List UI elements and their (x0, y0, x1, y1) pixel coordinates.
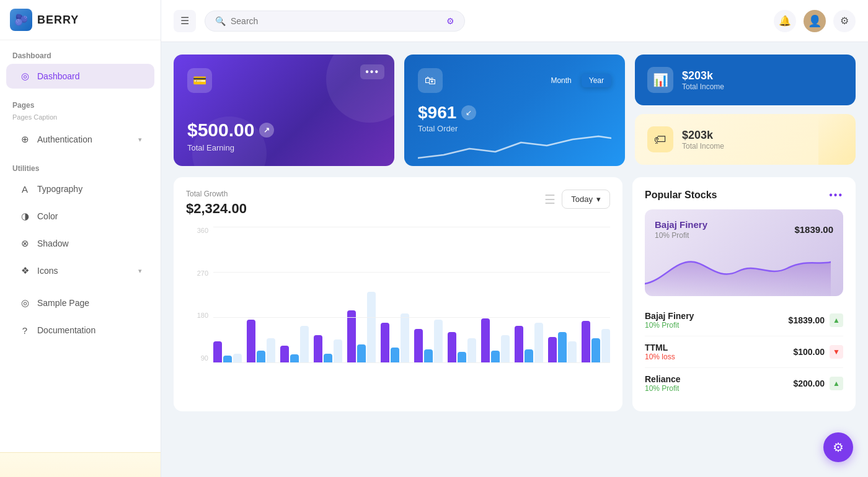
month-toggle[interactable]: Month (543, 74, 578, 87)
search-bar: 🔍 ⚙ (205, 11, 465, 32)
year-toggle[interactable]: Year (582, 74, 611, 87)
stock-1-right: $1839.00 ▲ (789, 313, 843, 327)
total-income-card-1: 📊 $203k Total Income (635, 55, 856, 105)
bar-blue-6 (391, 348, 399, 363)
avatar-button[interactable]: 👤 (804, 10, 826, 32)
sidebar-item-label-docs: Documentation (37, 325, 142, 335)
y-axis-labels: 360 270 180 90 (186, 227, 208, 363)
sidebar-bottom-decoration (0, 452, 161, 477)
topbar-right: 🔔 👤 ⚙ (774, 10, 856, 32)
stocks-more-button[interactable]: ••• (829, 190, 843, 201)
bar-blue-5 (357, 344, 366, 363)
stock-2-info: TTML 10% loss (645, 343, 675, 361)
bar-group-3 (280, 326, 309, 363)
bar-purple-1 (213, 341, 222, 363)
typography-icon: A (19, 183, 31, 195)
sidebar: 🫐 BERRY Dashboard ◎ Dashboard Pages Page… (0, 0, 161, 477)
chart-amount: $2,324.00 (186, 201, 247, 217)
stock-hero-value: $1839.00 (794, 224, 833, 235)
stock-hero-info: Bajaj Finery 10% Profit (655, 219, 707, 240)
search-icon: 🔍 (215, 16, 226, 26)
bars-area (213, 227, 610, 363)
bar-purple-9 (481, 318, 490, 363)
earning-card-more[interactable]: ••• (360, 64, 384, 79)
stock-1-value: $1839.00 (789, 315, 825, 325)
bar-light-1 (233, 354, 242, 363)
sidebar-item-label-icons: Icons (37, 266, 138, 276)
stock-3-info: Reliance 10% Profit (645, 374, 681, 393)
sidebar-item-color[interactable]: ◑ Color (6, 204, 154, 229)
stock-2-name: TTML (645, 343, 675, 352)
bar-purple-11 (548, 337, 557, 363)
bar-blue-7 (424, 349, 433, 363)
sidebar-item-sample-page[interactable]: ◎ Sample Page (6, 291, 154, 315)
bar-purple-6 (381, 323, 389, 363)
bar-group-11 (548, 332, 577, 363)
stock-1-trend-icon: ▲ (830, 313, 843, 327)
bar-light-12 (601, 329, 610, 363)
sidebar-item-icons[interactable]: ❖ Icons ▾ (6, 258, 154, 283)
chart-header: Total Growth $2,324.00 ☰ Today ▾ (186, 190, 610, 217)
y-label-360: 360 (186, 227, 208, 234)
stock-list: Bajaj Finery 10% Profit $1839.00 ▲ TTML … (645, 305, 843, 399)
topbar: ☰ 🔍 ⚙ 🔔 👤 ⚙ (161, 0, 868, 42)
y-label-180: 180 (186, 312, 208, 319)
shadow-icon: ⊗ (19, 237, 31, 250)
order-toggle-group: Month Year (543, 74, 611, 87)
bar-light-3 (300, 326, 309, 363)
stock-1-name: Bajaj Finery (645, 311, 694, 321)
sidebar-item-typography[interactable]: A Typography (6, 177, 154, 201)
sidebar-header: 🫐 BERRY (0, 0, 161, 40)
main-content: 💳 ••• $500.00 ↗ Total Earning 🛍 Month Ye… (161, 42, 868, 477)
chart-menu-icon[interactable]: ☰ (544, 192, 556, 207)
income-icon-2: 🏷 (647, 126, 673, 152)
logo-icon: 🫐 (10, 9, 32, 31)
bar-chart-area: 360 270 180 90 (186, 227, 610, 363)
notification-button[interactable]: 🔔 (774, 10, 796, 32)
stock-2-value: $100.00 (793, 347, 825, 357)
search-input[interactable] (231, 16, 446, 26)
icons-icon: ❖ (19, 265, 31, 277)
bar-group-7 (414, 320, 443, 363)
auth-icon: ⊕ (19, 133, 31, 146)
settings-button[interactable]: ⚙ (833, 10, 856, 32)
sidebar-item-label-dashboard: Dashboard (37, 71, 142, 81)
income-value-2: $203k (682, 129, 724, 142)
sidebar-item-shadow[interactable]: ⊗ Shadow (6, 231, 154, 256)
bar-group-4 (314, 335, 342, 363)
bar-light-5 (367, 292, 376, 363)
auth-chevron-icon: ▾ (138, 136, 142, 144)
order-wave-chart (418, 133, 611, 164)
stock-3-trend-icon: ▲ (830, 377, 843, 390)
bar-purple-3 (280, 346, 289, 363)
fab-button[interactable]: ⚙ (823, 432, 853, 462)
bar-blue-8 (458, 352, 466, 363)
sidebar-item-documentation[interactable]: ? Documentation (6, 318, 154, 343)
sidebar-item-dashboard[interactable]: ◎ Dashboard (6, 64, 154, 89)
total-income-card-2: 🏷 $203k Total Income (635, 114, 856, 165)
earning-label: Total Earning (187, 143, 381, 152)
bar-group-2 (247, 320, 275, 363)
filter-icon[interactable]: ⚙ (446, 16, 454, 26)
bar-blue-11 (558, 332, 567, 363)
stock-row-2: TTML 10% loss $100.00 ▼ (645, 336, 843, 368)
bar-purple-5 (347, 310, 356, 363)
stock-3-value: $200.00 (793, 379, 825, 388)
stock-hero-profit: 10% Profit (655, 231, 707, 240)
income-icon-1: 📊 (647, 67, 673, 93)
today-filter-button[interactable]: Today ▾ (562, 190, 610, 209)
bar-chart-card: Total Growth $2,324.00 ☰ Today ▾ 360 270 (174, 177, 622, 411)
sidebar-item-authentication[interactable]: ⊕ Authentication ▾ (6, 127, 154, 152)
bar-blue-1 (223, 356, 232, 363)
bar-purple-12 (582, 321, 590, 363)
menu-button[interactable]: ☰ (174, 10, 196, 32)
sidebar-item-label-typography: Typography (37, 184, 142, 194)
order-label: Total Order (418, 124, 611, 133)
y-label-90: 90 (186, 354, 208, 362)
stock-hero-name: Bajaj Finery (655, 219, 707, 230)
bar-blue-9 (491, 351, 500, 363)
stock-3-name: Reliance (645, 374, 681, 384)
y-label-270: 270 (186, 269, 208, 277)
stock-3-profit: 10% Profit (645, 384, 681, 393)
bar-blue-10 (525, 349, 533, 363)
